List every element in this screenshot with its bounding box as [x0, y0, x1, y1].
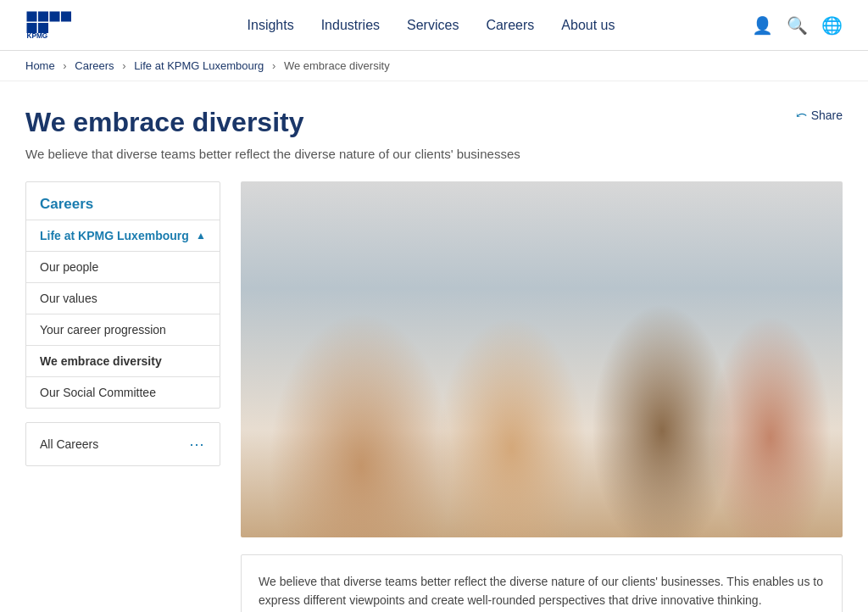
sidebar-item-our-people[interactable]: Our people — [26, 251, 220, 282]
breadcrumb-current: We embrace diversity — [284, 59, 390, 72]
globe-icon[interactable]: 🌐 — [821, 15, 843, 36]
search-icon[interactable]: 🔍 — [787, 15, 808, 36]
sidebar-item-label-social-committee: Our Social Committee — [40, 386, 156, 399]
svg-rect-5 — [27, 23, 37, 33]
nav-about-us[interactable]: About us — [561, 18, 615, 33]
site-header: KPMG Insights Industries Services Career… — [0, 0, 868, 51]
all-careers-card[interactable]: All Careers ⋯ — [25, 422, 220, 466]
svg-rect-3 — [50, 11, 60, 21]
page-header: We embrace diversity ⤺ Share — [25, 107, 843, 138]
article-image — [241, 181, 843, 537]
svg-rect-6 — [38, 23, 48, 33]
page-subtitle: We believe that diverse teams better ref… — [25, 147, 843, 161]
sidebar: Careers Life at KPMG Luxembourg ▲ Our pe… — [25, 181, 220, 466]
all-careers-label: All Careers — [40, 437, 98, 451]
main-nav: Insights Industries Services Careers Abo… — [110, 18, 752, 33]
share-icon: ⤺ — [796, 107, 807, 123]
sidebar-item-embrace-diversity[interactable]: We embrace diversity — [26, 345, 220, 376]
nav-industries[interactable]: Industries — [321, 18, 380, 33]
sidebar-item-label-our-people: Our people — [40, 260, 98, 274]
breadcrumb-careers[interactable]: Careers — [75, 59, 114, 72]
nav-insights[interactable]: Insights — [248, 18, 294, 33]
svg-rect-1 — [27, 11, 37, 21]
share-label: Share — [811, 108, 843, 122]
svg-rect-2 — [38, 11, 48, 21]
nav-services[interactable]: Services — [407, 18, 459, 33]
article-body: We believe that diverse teams better ref… — [241, 554, 843, 612]
breadcrumb-life-at-kpmg[interactable]: Life at KPMG Luxembourg — [134, 59, 264, 72]
dots-icon: ⋯ — [189, 435, 206, 453]
svg-text:KPMG: KPMG — [27, 32, 48, 40]
sidebar-item-life-at-kpmg[interactable]: Life at KPMG Luxembourg ▲ — [26, 220, 220, 251]
sidebar-item-label-our-values: Our values — [40, 292, 97, 305]
main-container: We embrace diversity ⤺ Share We believe … — [0, 81, 868, 612]
user-icon[interactable]: 👤 — [752, 15, 773, 36]
kpmg-logo[interactable]: KPMG — [25, 10, 76, 41]
breadcrumb: Home › Careers › Life at KPMG Luxembourg… — [0, 51, 868, 81]
sidebar-item-label-life-at-kpmg: Life at KPMG Luxembourg — [40, 229, 189, 242]
breadcrumb-separator-1: › — [63, 59, 66, 72]
breadcrumb-separator-3: › — [272, 59, 275, 72]
article-body-text: We believe that diverse teams better ref… — [259, 572, 825, 610]
chevron-up-icon: ▲ — [196, 230, 206, 242]
content-layout: Careers Life at KPMG Luxembourg ▲ Our pe… — [25, 181, 843, 612]
page-title: We embrace diversity — [25, 107, 303, 138]
sidebar-item-label-embrace-diversity: We embrace diversity — [40, 354, 162, 368]
breadcrumb-home[interactable]: Home — [25, 59, 55, 72]
breadcrumb-separator-2: › — [122, 59, 125, 72]
article-photo — [241, 181, 843, 537]
sidebar-item-social-committee[interactable]: Our Social Committee — [26, 376, 220, 408]
nav-careers[interactable]: Careers — [486, 18, 534, 33]
share-button[interactable]: ⤺ Share — [796, 107, 843, 123]
header-icons: 👤 🔍 🌐 — [752, 15, 843, 36]
sidebar-item-career-progression[interactable]: Your career progression — [26, 314, 220, 345]
sidebar-nav-card: Careers Life at KPMG Luxembourg ▲ Our pe… — [25, 181, 220, 409]
sidebar-title: Careers — [26, 182, 220, 220]
article-area: We believe that diverse teams better ref… — [241, 181, 843, 612]
svg-rect-4 — [61, 11, 71, 21]
sidebar-item-our-values[interactable]: Our values — [26, 282, 220, 314]
sidebar-item-label-career-progression: Your career progression — [40, 323, 166, 337]
